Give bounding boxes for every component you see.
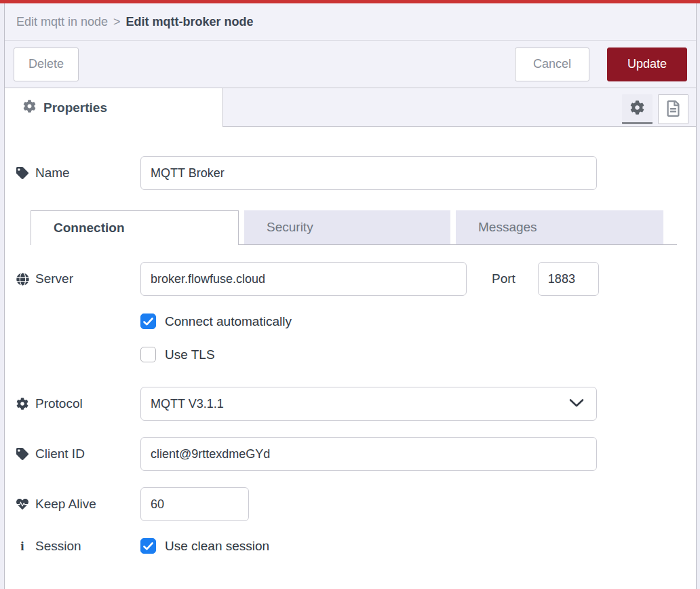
info-icon: i	[16, 539, 29, 554]
use-tls-checkbox[interactable]	[140, 347, 156, 362]
keep-alive-label: Keep Alive	[16, 497, 140, 512]
server-label: Server	[16, 271, 140, 286]
connect-automatically-option[interactable]: Connect automatically	[140, 314, 685, 329]
document-icon	[667, 100, 680, 119]
server-input[interactable]	[140, 262, 467, 296]
node-edit-form: Name Connection Security Messages Server	[5, 156, 696, 585]
top-red-bar	[0, 0, 700, 3]
breadcrumb-separator: >	[113, 15, 121, 29]
clean-session-checkbox[interactable]	[140, 538, 156, 554]
breadcrumb: Edit mqtt in node > Edit mqtt-broker nod…	[5, 3, 696, 41]
use-tls-option[interactable]: Use TLS	[140, 347, 685, 362]
node-description-button[interactable]	[658, 94, 688, 124]
protocol-row: Protocol MQTT V3.1.1	[16, 387, 685, 421]
gear-icon	[23, 100, 36, 115]
update-button[interactable]: Update	[607, 48, 687, 81]
chevron-down-icon	[568, 398, 585, 412]
client-id-input[interactable]	[140, 437, 597, 471]
gear-icon	[630, 100, 644, 117]
tab-security[interactable]: Security	[244, 210, 450, 244]
name-label: Name	[16, 166, 140, 180]
gear-icon	[16, 398, 29, 410]
connect-automatically-checkbox[interactable]	[140, 314, 156, 329]
use-tls-label: Use TLS	[165, 347, 215, 362]
connect-automatically-label: Connect automatically	[165, 314, 292, 329]
client-id-row: Client ID	[16, 437, 685, 471]
dialog-toolbar: Delete Cancel Update	[5, 41, 696, 88]
node-settings-button[interactable]	[622, 94, 653, 124]
tab-messages[interactable]: Messages	[456, 210, 663, 244]
protocol-selected-value: MQTT V3.1.1	[151, 397, 224, 411]
clean-session-option[interactable]: Use clean session	[140, 538, 269, 554]
keep-alive-input[interactable]	[140, 487, 249, 521]
tab-properties[interactable]: Properties	[5, 88, 223, 127]
globe-icon	[16, 273, 29, 286]
name-row: Name	[16, 156, 685, 190]
editor-tab-bar: Properties	[5, 88, 696, 127]
client-id-label: Client ID	[16, 446, 140, 461]
tab-properties-label: Properties	[43, 100, 107, 115]
edit-node-tray: Edit mqtt in node > Edit mqtt-broker nod…	[4, 3, 697, 589]
broker-section-tabs: Connection Security Messages	[31, 210, 677, 245]
clean-session-label: Use clean session	[165, 539, 269, 554]
breadcrumb-parent[interactable]: Edit mqtt in node	[16, 15, 108, 29]
port-label: Port	[492, 271, 516, 286]
keep-alive-row: Keep Alive	[16, 487, 685, 521]
server-row: Server Port	[16, 262, 685, 296]
port-input[interactable]	[538, 262, 599, 296]
delete-button[interactable]: Delete	[14, 48, 79, 81]
protocol-select[interactable]: MQTT V3.1.1	[140, 387, 597, 421]
breadcrumb-current: Edit mqtt-broker node	[126, 15, 254, 29]
tag-icon	[16, 448, 29, 460]
session-label: i Session	[16, 539, 140, 554]
session-row: i Session Use clean session	[16, 538, 685, 585]
protocol-label: Protocol	[16, 396, 140, 411]
cancel-button[interactable]: Cancel	[515, 48, 589, 81]
heartbeat-icon	[16, 498, 29, 510]
tab-connection[interactable]: Connection	[31, 210, 239, 245]
tag-icon	[16, 167, 29, 179]
name-input[interactable]	[140, 156, 597, 190]
